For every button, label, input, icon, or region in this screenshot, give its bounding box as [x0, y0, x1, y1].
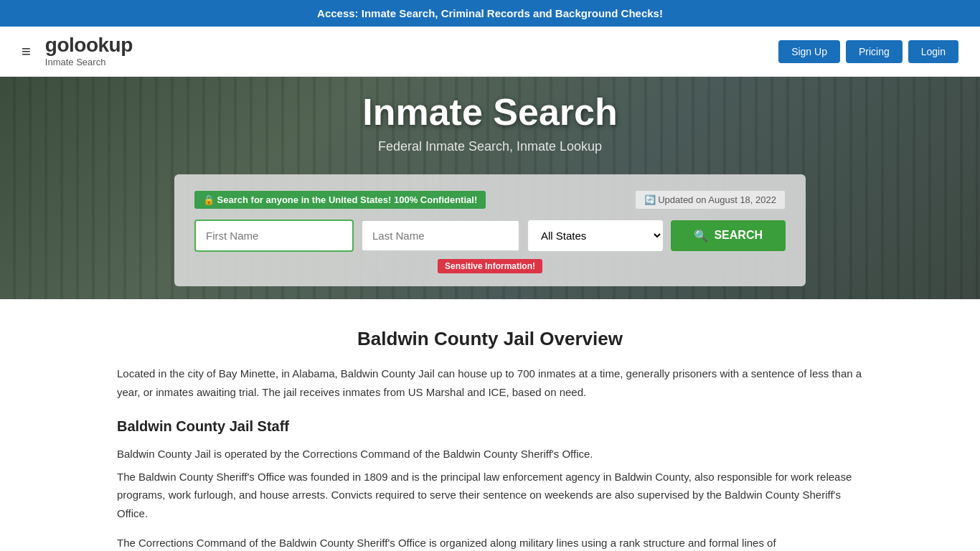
search-confidential-label: 🔒 Search for anyone in the United States… [194, 191, 486, 209]
hero-title: Inmate Search [0, 90, 980, 133]
search-box: 🔒 Search for anyone in the United States… [174, 174, 806, 286]
search-top-bar: 🔒 Search for anyone in the United States… [194, 190, 786, 209]
logo-subtitle: Inmate Search [45, 57, 106, 67]
hamburger-icon[interactable]: ≡ [22, 42, 31, 61]
logo-part1: golookup [45, 34, 133, 56]
signup-button[interactable]: Sign Up [778, 40, 840, 63]
header: ≡ golookup Inmate Search Sign Up Pricing… [0, 27, 980, 77]
main-content: Baldwin County Jail Overview Located in … [95, 328, 885, 551]
staff-body3: The Corrections Command of the Baldwin C… [117, 534, 863, 551]
hero-content: Inmate Search Federal Inmate Search, Inm… [0, 90, 980, 286]
logo: golookup Inmate Search [45, 35, 133, 67]
search-updated-label: 🔄 Updated on August 18, 2022 [635, 190, 786, 209]
last-name-input[interactable] [361, 220, 520, 252]
hero-section: Inmate Search Federal Inmate Search, Inm… [0, 77, 980, 299]
pricing-button[interactable]: Pricing [846, 40, 903, 63]
overview-body: Located in the city of Bay Minette, in A… [117, 364, 863, 401]
banner-text: Access: Inmate Search, Criminal Records … [317, 7, 663, 19]
hero-subtitle: Federal Inmate Search, Inmate Lookup [0, 139, 980, 154]
staff-body2: The Baldwin County Sheriff's Office was … [117, 468, 863, 523]
search-button-label: SEARCH [714, 229, 763, 242]
state-select[interactable]: All StatesAlabamaAlaskaArizonaArkansasCa… [527, 220, 664, 252]
header-left: ≡ golookup Inmate Search [22, 35, 133, 67]
sensitive-badge: Sensitive Information! [438, 259, 542, 273]
header-nav: Sign Up Pricing Login [778, 40, 958, 63]
search-button[interactable]: 🔍 SEARCH [671, 220, 786, 251]
staff-body1: Baldwin County Jail is operated by the C… [117, 445, 863, 463]
top-banner: Access: Inmate Search, Criminal Records … [0, 0, 980, 27]
search-fields: All StatesAlabamaAlaskaArizonaArkansasCa… [194, 220, 786, 252]
login-button[interactable]: Login [908, 40, 958, 63]
search-icon: 🔍 [694, 229, 708, 242]
first-name-input[interactable] [194, 220, 354, 252]
staff-title: Baldwin County Jail Staff [117, 418, 863, 435]
overview-title: Baldwin County Jail Overview [117, 328, 863, 350]
logo-text: golookup [45, 35, 133, 55]
